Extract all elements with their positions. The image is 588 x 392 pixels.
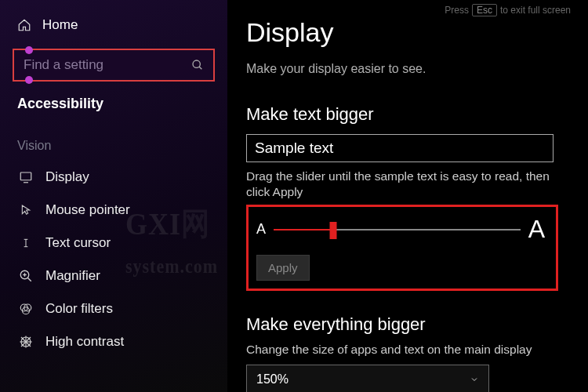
sidebar-item-label: Color filters: [45, 301, 113, 317]
text-size-slider[interactable]: [274, 229, 521, 230]
slider-min-icon: A: [256, 221, 266, 238]
search-input[interactable]: [24, 57, 191, 73]
magnifier-icon: [19, 269, 33, 283]
sidebar-item-label: High contrast: [45, 334, 124, 350]
sidebar-item-high-contrast[interactable]: High contrast: [11, 325, 216, 358]
highlighted-slider-region: A A Apply: [246, 205, 558, 291]
make-everything-bigger-heading: Make everything bigger: [246, 314, 569, 335]
sidebar-item-magnifier[interactable]: Magnifier: [11, 260, 216, 292]
vision-section-label: Vision: [11, 117, 216, 161]
svg-point-0: [193, 60, 200, 67]
home-icon: [17, 18, 31, 32]
sidebar-item-text-cursor[interactable]: Text cursor: [11, 227, 216, 260]
svg-line-8: [27, 278, 31, 281]
sidebar-item-display[interactable]: Display: [11, 161, 216, 194]
slider-instruction: Drag the slider until the sample text is…: [246, 169, 560, 200]
svg-line-1: [199, 67, 201, 69]
exit-fullscreen-hint: PressEscto exit full screen: [445, 5, 571, 16]
slider-max-icon: A: [528, 215, 545, 244]
display-icon: [19, 170, 33, 184]
apply-button[interactable]: Apply: [256, 255, 310, 281]
mouse-pointer-icon: [19, 203, 33, 217]
sidebar-item-mouse-pointer[interactable]: Mouse pointer: [11, 194, 216, 227]
make-text-bigger-heading: Make text bigger: [246, 104, 569, 125]
everything-bigger-description: Change the size of apps and text on the …: [246, 343, 569, 357]
sidebar-item-label: Magnifier: [45, 268, 100, 284]
scale-value: 150%: [256, 372, 289, 387]
high-contrast-icon: [19, 335, 33, 349]
scale-dropdown[interactable]: 150%: [246, 365, 489, 392]
chevron-down-icon: [470, 375, 479, 384]
sidebar-item-label: Text cursor: [45, 235, 111, 251]
accessibility-heading: Accessibility: [11, 96, 216, 117]
search-icon: [191, 59, 204, 71]
search-box[interactable]: [13, 49, 215, 82]
svg-rect-2: [20, 172, 31, 180]
text-cursor-icon: [19, 236, 33, 250]
color-filters-icon: [19, 302, 33, 316]
slider-thumb[interactable]: [329, 222, 336, 239]
home-label: Home: [42, 17, 78, 33]
slider-fill: [274, 229, 333, 230]
sidebar-item-color-filters[interactable]: Color filters: [11, 292, 216, 325]
page-subtitle: Make your display easier to see.: [246, 62, 569, 76]
sidebar-item-label: Display: [45, 169, 89, 185]
sidebar-home[interactable]: Home: [11, 14, 216, 36]
sidebar-item-label: Mouse pointer: [45, 202, 130, 218]
page-title: Display: [246, 17, 569, 48]
esc-key: Esc: [472, 4, 497, 16]
sample-text-box: Sample text: [246, 134, 554, 162]
